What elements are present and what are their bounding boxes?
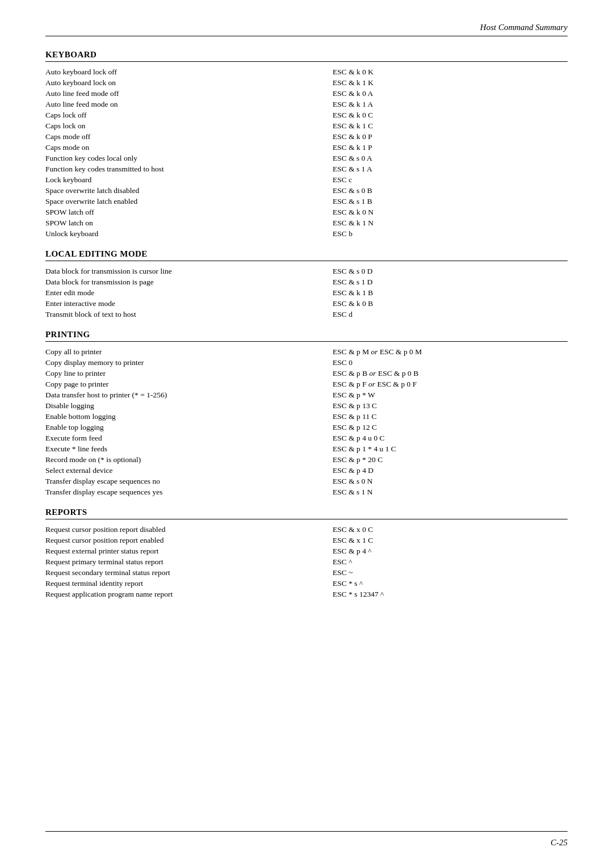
command-table-keyboard: Auto keyboard lock offESC & k 0 KAuto ke… <box>45 66 568 239</box>
table-row: Request primary terminal status reportES… <box>45 556 568 567</box>
command-code: ESC & k 0 B <box>333 298 568 309</box>
command-code: ESC & k 0 N <box>333 207 568 217</box>
command-code: ESC 0 <box>333 357 568 368</box>
command-code: ESC & x 0 C <box>333 524 568 535</box>
command-desc: Record mode on (* is optional) <box>45 454 333 465</box>
command-desc: Select external device <box>45 465 333 476</box>
command-code: ESC & p 4 ^ <box>333 546 568 556</box>
command-code: ESC & s 0 A <box>333 153 568 163</box>
table-row: Data block for transmission is cursor li… <box>45 266 568 276</box>
command-desc: Enable bottom logging <box>45 411 333 422</box>
command-code: ESC c <box>333 174 568 185</box>
command-desc: Request cursor position report enabled <box>45 535 333 546</box>
command-desc: Enter interactive mode <box>45 298 333 309</box>
command-desc: SPOW latch on <box>45 217 333 228</box>
command-desc: Execute form feed <box>45 433 333 443</box>
command-desc: Data block for transmission is page <box>45 276 333 287</box>
table-row: Transfer display escape sequences noESC … <box>45 476 568 487</box>
command-code: ESC & p * W <box>333 389 568 400</box>
page-header: Host Command Summary <box>45 23 568 36</box>
command-code: ESC & p 1 * 4 u 1 C <box>333 443 568 454</box>
table-row: SPOW latch onESC & k 1 N <box>45 217 568 228</box>
table-row: Auto line feed mode offESC & k 0 A <box>45 88 568 99</box>
table-row: Enter edit modeESC & k 1 B <box>45 287 568 298</box>
command-desc: Caps mode on <box>45 142 333 153</box>
command-desc: Function key codes transmitted to host <box>45 163 333 174</box>
command-code: ESC & k 1 N <box>333 217 568 228</box>
table-row: Execute form feedESC & p 4 u 0 C <box>45 433 568 443</box>
command-code: ESC & x 1 C <box>333 535 568 546</box>
command-desc: Auto keyboard lock on <box>45 77 333 88</box>
command-desc: Enter edit mode <box>45 287 333 298</box>
command-desc: Request primary terminal status report <box>45 556 333 567</box>
command-code: ESC & p B or ESC & p 0 B <box>333 368 568 379</box>
command-code: ESC & s 0 D <box>333 266 568 276</box>
command-code: ESC & k 1 P <box>333 142 568 153</box>
table-row: Function key codes transmitted to hostES… <box>45 163 568 174</box>
command-code: ESC & s 1 N <box>333 487 568 497</box>
table-row: Disable loggingESC & p 13 C <box>45 400 568 411</box>
command-desc: Copy page to printer <box>45 379 333 389</box>
command-desc: Request cursor position report disabled <box>45 524 333 535</box>
command-code: ESC & p 12 C <box>333 422 568 433</box>
command-code: ESC & p * 20 C <box>333 454 568 465</box>
table-row: Copy page to printerESC & p F or ESC & p… <box>45 379 568 389</box>
command-code: ESC d <box>333 309 568 320</box>
command-desc: Copy line to printer <box>45 368 333 379</box>
table-row: Lock keyboardESC c <box>45 174 568 185</box>
command-code: ESC & k 1 K <box>333 77 568 88</box>
command-code: ESC & p F or ESC & p 0 F <box>333 379 568 389</box>
command-code: ESC * s 12347 ^ <box>333 589 568 599</box>
command-table-printing: Copy all to printerESC & p M or ESC & p … <box>45 346 568 497</box>
command-code: ESC & s 1 A <box>333 163 568 174</box>
command-desc: Data block for transmission is cursor li… <box>45 266 333 276</box>
command-table-reports: Request cursor position report disabledE… <box>45 524 568 599</box>
section-title-reports: Reports <box>45 508 568 519</box>
command-code: ESC & p 11 C <box>333 411 568 422</box>
command-desc: Lock keyboard <box>45 174 333 185</box>
table-row: Record mode on (* is optional)ESC & p * … <box>45 454 568 465</box>
command-code: ESC & s 0 B <box>333 185 568 196</box>
command-desc: Caps lock off <box>45 110 333 120</box>
table-row: Caps mode onESC & k 1 P <box>45 142 568 153</box>
command-desc: Execute * line feeds <box>45 443 333 454</box>
command-desc: Enable top logging <box>45 422 333 433</box>
command-code: ESC ^ <box>333 556 568 567</box>
command-desc: Transfer display escape sequences yes <box>45 487 333 497</box>
command-desc: Caps lock on <box>45 120 333 131</box>
table-row: Caps lock onESC & k 1 C <box>45 120 568 131</box>
command-desc: Caps mode off <box>45 131 333 142</box>
command-code: ESC & k 0 P <box>333 131 568 142</box>
command-desc: SPOW latch off <box>45 207 333 217</box>
section-reports: ReportsRequest cursor position report di… <box>45 508 568 599</box>
table-row: Auto keyboard lock offESC & k 0 K <box>45 66 568 77</box>
table-row: Caps lock offESC & k 0 C <box>45 110 568 120</box>
table-row: Transmit block of text to hostESC d <box>45 309 568 320</box>
command-code: ESC & p M or ESC & p 0 M <box>333 346 568 357</box>
header-title: Host Command Summary <box>480 23 568 32</box>
table-row: Request cursor position report enabledES… <box>45 535 568 546</box>
command-code: ESC b <box>333 228 568 239</box>
command-code: ESC & s 1 B <box>333 196 568 207</box>
command-code: ESC & k 1 A <box>333 99 568 110</box>
command-desc: Request secondary terminal status report <box>45 567 333 578</box>
command-code: ESC * s ^ <box>333 578 568 589</box>
command-code: ESC & k 1 C <box>333 120 568 131</box>
command-code: ESC & p 4 u 0 C <box>333 433 568 443</box>
table-row: Request secondary terminal status report… <box>45 567 568 578</box>
command-desc: Space overwrite latch enabled <box>45 196 333 207</box>
command-desc: Unlock keyboard <box>45 228 333 239</box>
command-code: ESC & s 0 N <box>333 476 568 487</box>
table-row: Copy line to printerESC & p B or ESC & p… <box>45 368 568 379</box>
command-desc: Auto line feed mode on <box>45 99 333 110</box>
section-local-editing-mode: Local Editing ModeData block for transmi… <box>45 249 568 320</box>
table-row: Enable bottom loggingESC & p 11 C <box>45 411 568 422</box>
command-desc: Space overwrite latch disabled <box>45 185 333 196</box>
section-title-local-editing-mode: Local Editing Mode <box>45 249 568 261</box>
command-desc: Request terminal identity report <box>45 578 333 589</box>
command-desc: Request application program name report <box>45 589 333 599</box>
table-row: SPOW latch offESC & k 0 N <box>45 207 568 217</box>
section-keyboard: KeyboardAuto keyboard lock offESC & k 0 … <box>45 50 568 239</box>
command-code: ESC & k 0 C <box>333 110 568 120</box>
command-code: ESC & p 4 D <box>333 465 568 476</box>
